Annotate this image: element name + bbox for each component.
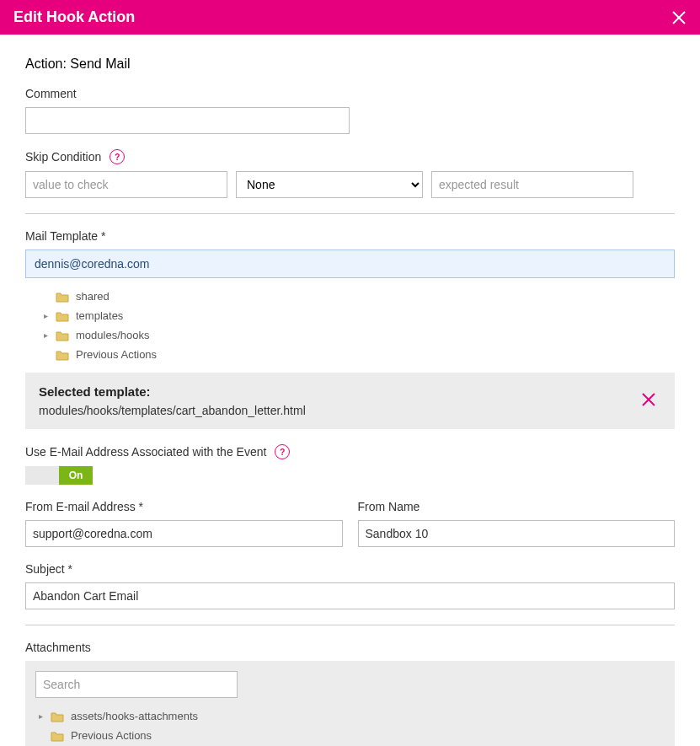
close-icon[interactable] bbox=[671, 10, 687, 25]
tree-item[interactable]: ▸ Previous Actions bbox=[35, 726, 665, 745]
selected-template-box: Selected template: modules/hooks/templat… bbox=[25, 373, 675, 429]
chevron-right-icon: ▸ bbox=[40, 330, 51, 340]
chevron-right-icon: ▸ bbox=[40, 311, 51, 320]
skip-expected-input[interactable] bbox=[431, 171, 633, 198]
mail-template-input[interactable] bbox=[25, 250, 675, 278]
folder-icon bbox=[56, 349, 69, 361]
selected-template-label: Selected template: bbox=[39, 384, 306, 399]
folder-icon bbox=[56, 291, 69, 303]
tree-item[interactable]: ▸ templates bbox=[40, 306, 675, 325]
from-name-input[interactable] bbox=[358, 520, 676, 547]
folder-icon bbox=[56, 310, 69, 322]
dialog-title: Edit Hook Action bbox=[13, 8, 135, 26]
dialog-header: Edit Hook Action bbox=[0, 0, 700, 35]
subject-input[interactable] bbox=[25, 582, 675, 609]
use-event-email-label: Use E-Mail Address Associated with the E… bbox=[25, 444, 675, 459]
comment-label: Comment bbox=[25, 87, 675, 100]
folder-icon bbox=[56, 330, 69, 341]
skip-operator-select[interactable]: None bbox=[236, 171, 423, 198]
tree-item[interactable]: ▸ Previous Actions bbox=[40, 345, 675, 364]
use-event-email-toggle[interactable]: On bbox=[25, 466, 93, 485]
tree-item[interactable]: ▸ assets/hooks-attachments bbox=[35, 706, 665, 726]
attachments-label: Attachments bbox=[25, 641, 675, 654]
folder-icon bbox=[51, 711, 64, 722]
attachments-search-input[interactable] bbox=[35, 671, 238, 698]
subject-label: Subject * bbox=[25, 562, 675, 576]
help-icon[interactable]: ? bbox=[110, 149, 125, 164]
action-label: Action: Send Mail bbox=[25, 56, 131, 71]
chevron-right-icon: ▸ bbox=[35, 711, 45, 721]
from-name-label: From Name bbox=[358, 500, 676, 513]
tree-item[interactable]: ▸ modules/hooks bbox=[40, 325, 675, 345]
folder-icon bbox=[51, 730, 64, 742]
from-email-input[interactable] bbox=[25, 520, 343, 547]
template-tree: ▸ shared ▸ templates ▸ modules/hooks ▸ P… bbox=[25, 278, 675, 373]
clear-selection-icon[interactable] bbox=[636, 390, 661, 412]
help-icon[interactable]: ? bbox=[275, 444, 290, 459]
toggle-on-label: On bbox=[59, 466, 93, 485]
skip-value-input[interactable] bbox=[25, 171, 227, 198]
selected-template-path: modules/hooks/templates/cart_abandon_let… bbox=[39, 404, 306, 417]
from-email-label: From E-mail Address * bbox=[25, 500, 343, 513]
skip-condition-label: Skip Condition ? bbox=[25, 149, 675, 164]
comment-input[interactable] bbox=[25, 107, 350, 134]
mail-template-label: Mail Template * bbox=[25, 229, 675, 243]
attachments-panel: ▸ assets/hooks-attachments ▸ Previous Ac… bbox=[25, 661, 675, 746]
tree-item[interactable]: ▸ shared bbox=[40, 287, 675, 306]
